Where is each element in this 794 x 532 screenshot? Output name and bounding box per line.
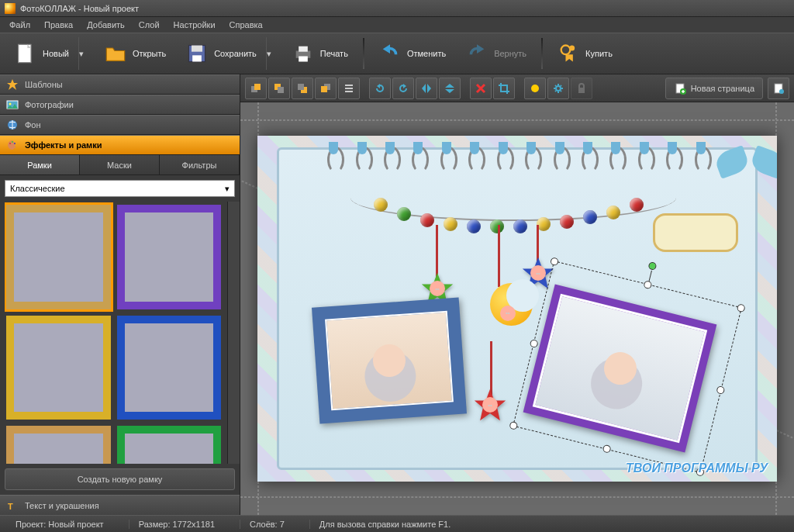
menu-layer[interactable]: Слой <box>133 19 166 31</box>
open-button[interactable]: Открыть <box>96 37 174 70</box>
save-icon <box>186 43 208 64</box>
category-dropdown[interactable]: Классические ▾ <box>5 180 235 197</box>
text-icon: T <box>6 499 19 512</box>
menu-help[interactable]: Справка <box>223 19 269 31</box>
svg-point-14 <box>9 143 11 144</box>
save-button[interactable]: Сохранить ▾ <box>178 37 281 70</box>
workspace: Новая страница <box>240 74 794 515</box>
send-back-icon[interactable] <box>315 78 337 99</box>
crop-icon[interactable] <box>493 78 515 99</box>
sidebar-item-text[interactable]: T Текст и украшения <box>0 495 240 515</box>
svg-text:T: T <box>8 502 13 511</box>
save-dropdown[interactable]: ▾ <box>266 37 272 70</box>
frame-thumb[interactable] <box>117 205 222 309</box>
page-settings-icon[interactable] <box>768 78 789 99</box>
menu-settings[interactable]: Настройки <box>167 19 222 31</box>
svg-rect-23 <box>298 84 304 90</box>
baby-photo-1 <box>312 298 467 424</box>
tab-masks[interactable]: Маски <box>80 155 160 174</box>
workspace-toolbar: Новая страница <box>240 74 794 102</box>
print-button[interactable]: Печать <box>284 37 357 70</box>
menu-add[interactable]: Добавить <box>81 19 131 31</box>
new-dropdown[interactable]: ▾ <box>78 37 85 70</box>
new-page-button[interactable]: Новая страница <box>665 78 763 99</box>
separator <box>363 38 364 69</box>
hang-string <box>498 225 500 287</box>
titlebar: ФотоКОЛЛАЖ - Новый проект <box>0 0 794 17</box>
svg-rect-7 <box>299 57 308 62</box>
photo-frame-1[interactable] <box>312 298 467 424</box>
status-size: Размер: 1772x1181 <box>129 520 224 529</box>
status-help: Для вызова справки нажмите F1. <box>309 520 460 529</box>
svg-rect-3 <box>192 46 202 52</box>
canvas[interactable]: •• •• •• •• <box>257 136 777 482</box>
app-icon <box>5 3 16 14</box>
separator <box>541 38 543 69</box>
tab-filters[interactable]: Фильтры <box>160 155 240 174</box>
sidebar-item-photos[interactable]: Фотографии <box>0 95 240 115</box>
create-frame-button[interactable]: Создать новую рамку <box>5 468 235 490</box>
svg-rect-4 <box>192 55 202 61</box>
bow-decoration <box>715 143 777 190</box>
svg-point-35 <box>779 89 784 94</box>
photo-icon <box>6 98 19 111</box>
frame-thumb[interactable] <box>6 316 111 420</box>
svg-marker-10 <box>7 79 18 90</box>
star-red: •• <box>473 388 507 422</box>
svg-point-30 <box>556 86 561 91</box>
redo-button[interactable]: Вернуть <box>457 37 535 70</box>
align-icon[interactable] <box>338 78 360 99</box>
flip-h-icon[interactable] <box>416 78 437 99</box>
svg-rect-25 <box>321 86 327 92</box>
svg-point-9 <box>569 46 575 51</box>
buy-button[interactable]: Купить <box>549 37 621 70</box>
tab-frames[interactable]: Рамки <box>0 155 80 174</box>
status-layers: Слоёв: 7 <box>240 520 294 529</box>
new-button[interactable]: Новый ▾ <box>6 37 93 70</box>
canvas-area[interactable]: •• •• •• •• <box>240 102 794 515</box>
beads-decoration <box>350 174 676 237</box>
frame-thumb[interactable] <box>6 205 111 309</box>
svg-point-15 <box>12 141 13 143</box>
frame-thumb[interactable] <box>117 426 222 464</box>
open-icon <box>105 43 126 64</box>
main-area: Шаблоны Фотографии Фон Эффекты и рамки Р… <box>0 74 794 515</box>
bring-forward-icon[interactable] <box>268 78 290 99</box>
lock-icon[interactable] <box>571 78 592 99</box>
delete-icon[interactable] <box>470 78 492 99</box>
svg-rect-19 <box>254 84 261 90</box>
effects-panel: Рамки Маски Фильтры Классические ▾ Созда… <box>0 155 240 495</box>
tabs: Рамки Маски Фильтры <box>0 155 240 175</box>
settings-icon[interactable] <box>547 78 569 99</box>
send-backward-icon[interactable] <box>292 78 313 99</box>
new-icon <box>15 43 36 64</box>
rotate-left-icon[interactable] <box>369 78 391 99</box>
spiral-binding <box>319 142 715 174</box>
buy-icon <box>558 43 579 64</box>
flip-v-icon[interactable] <box>439 78 461 99</box>
sidebar-item-effects[interactable]: Эффекты и рамки <box>0 135 240 155</box>
effects-icon[interactable] <box>524 78 546 99</box>
frames-grid <box>5 202 223 464</box>
redo-icon <box>466 43 488 64</box>
svg-point-29 <box>531 85 539 92</box>
frame-thumb[interactable] <box>6 426 111 464</box>
sidebar-item-background[interactable]: Фон <box>0 115 240 135</box>
chevron-down-icon: ▾ <box>225 184 230 194</box>
scrollbar[interactable] <box>227 202 240 464</box>
svg-point-8 <box>561 46 571 55</box>
svg-rect-28 <box>345 91 353 92</box>
bring-front-icon[interactable] <box>245 78 267 99</box>
watermark: ТВОИ ПРОГРАММЫ РУ <box>626 461 768 475</box>
main-toolbar: Новый ▾ Открыть Сохранить ▾ Печать Отмен… <box>0 33 794 74</box>
svg-point-16 <box>14 143 16 144</box>
menu-file[interactable]: Файл <box>3 19 36 31</box>
rotate-right-icon[interactable] <box>392 78 414 99</box>
svg-rect-6 <box>299 47 308 52</box>
sidebar-item-templates[interactable]: Шаблоны <box>0 74 240 95</box>
svg-point-12 <box>9 103 12 105</box>
undo-button[interactable]: Отменить <box>371 37 454 70</box>
globe-icon <box>6 119 19 131</box>
menu-edit[interactable]: Правка <box>38 19 79 31</box>
frame-thumb[interactable] <box>117 316 222 420</box>
